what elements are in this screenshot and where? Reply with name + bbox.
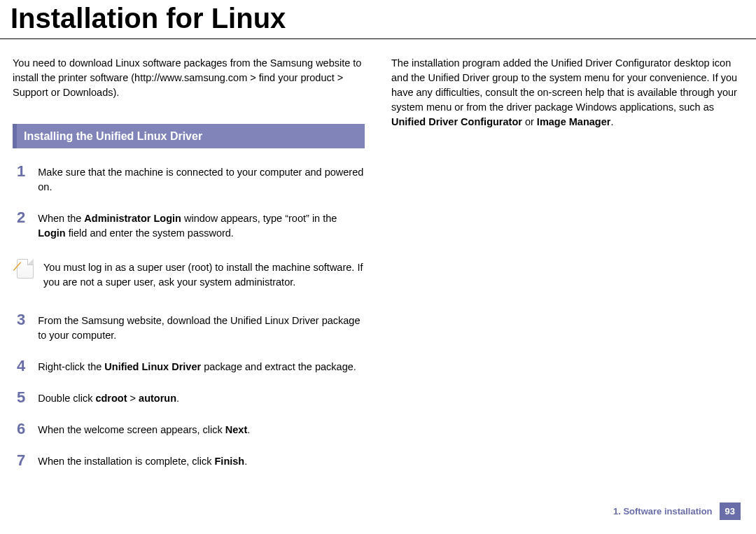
step-7: 7 When the installation is complete, cli… — [13, 453, 365, 469]
text-fragment: . — [176, 393, 179, 404]
text-fragment: or — [522, 116, 537, 127]
text-fragment: . — [247, 424, 250, 435]
left-column: You need to download Linux software pack… — [13, 56, 365, 484]
step-number: 7 — [13, 453, 25, 468]
footer-chapter: 1. Software installation — [613, 506, 713, 517]
text-fragment: Double click — [38, 393, 95, 404]
footer-page-number: 93 — [720, 503, 741, 520]
step-6: 6 When the welcome screen appears, click… — [13, 421, 365, 437]
note-block: You must log in as a super user (root) t… — [13, 259, 365, 290]
step-3: 3 From the Samsung website, download the… — [13, 312, 365, 343]
section-heading: Installing the Unified Linux Driver — [13, 124, 365, 148]
bold-term: Image Manager — [537, 116, 611, 127]
text-fragment: The installation program added the Unifi… — [391, 57, 737, 113]
step-text: Make sure that the machine is connected … — [38, 164, 365, 195]
note-text: You must log in as a super user (root) t… — [43, 259, 365, 290]
bold-term: Unified Linux Driver — [104, 361, 201, 372]
step-1: 1 Make sure that the machine is connecte… — [13, 164, 365, 195]
bold-term: Unified Driver Configurator — [391, 116, 522, 127]
bold-term: Administrator Login — [84, 213, 181, 224]
step-4: 4 Right-click the Unified Linux Driver p… — [13, 358, 365, 374]
text-fragment: When the welcome screen appears, click — [38, 424, 225, 435]
bold-term: cdroot — [95, 393, 127, 404]
step-number: 1 — [13, 164, 25, 179]
step-text: Right-click the Unified Linux Driver pac… — [38, 358, 365, 374]
step-number: 5 — [13, 390, 25, 405]
step-5: 5 Double click cdroot > autorun. — [13, 390, 365, 406]
step-text: When the welcome screen appears, click N… — [38, 421, 365, 437]
step-text: When the Administrator Login window appe… — [38, 210, 365, 241]
step-number: 2 — [13, 210, 25, 225]
text-fragment: When the installation is complete, click — [38, 456, 214, 467]
intro-paragraph: You need to download Linux software pack… — [13, 56, 365, 100]
step-number: 3 — [13, 312, 25, 328]
text-fragment: . — [244, 456, 247, 467]
right-paragraph: The installation program added the Unifi… — [391, 56, 743, 129]
bold-term: autorun — [139, 393, 176, 404]
page-footer: 1. Software installation 93 — [613, 503, 741, 520]
text-fragment: > — [127, 393, 139, 404]
text-fragment: . — [610, 116, 613, 127]
bold-term: Next — [225, 424, 247, 435]
step-number: 4 — [13, 358, 25, 374]
bold-term: Finish — [215, 456, 245, 467]
text-fragment: Right-click the — [38, 361, 104, 372]
text-fragment: field and enter the system password. — [66, 227, 234, 239]
text-fragment: When the — [38, 213, 84, 224]
content-columns: You need to download Linux software pack… — [0, 39, 756, 484]
page-title: Installation for Linux — [0, 0, 756, 39]
step-number: 6 — [13, 421, 25, 437]
text-fragment: package and extract the package. — [201, 361, 356, 372]
step-2: 2 When the Administrator Login window ap… — [13, 210, 365, 241]
step-text: Double click cdroot > autorun. — [38, 390, 365, 406]
step-text: When the installation is complete, click… — [38, 453, 365, 469]
text-fragment: window appears, type “root” in the — [181, 213, 337, 224]
bold-term: Login — [38, 227, 65, 239]
step-text: From the Samsung website, download the U… — [38, 312, 365, 343]
note-icon — [17, 259, 34, 279]
right-column: The installation program added the Unifi… — [391, 56, 743, 484]
